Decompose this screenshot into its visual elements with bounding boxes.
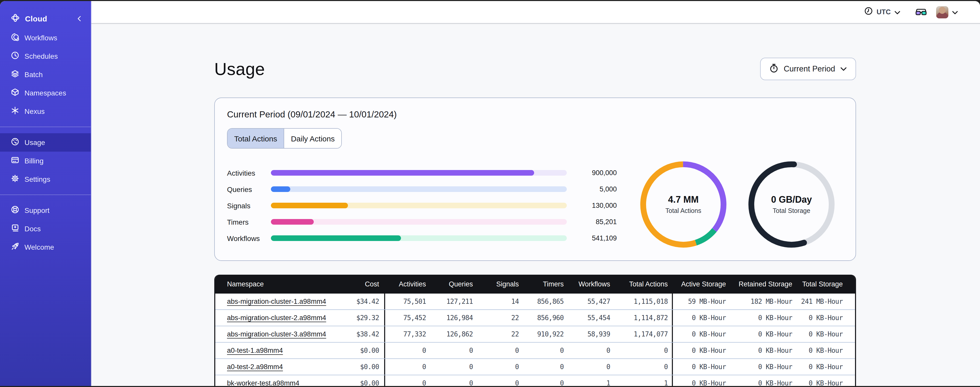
chevron-down-icon xyxy=(894,7,900,17)
sidebar-item-label: Docs xyxy=(24,225,41,233)
active-storage-cell: 0 KB-Hour xyxy=(673,342,728,358)
total-storage-value: 0 GB/Day xyxy=(771,195,812,205)
tab-label: Total Actions xyxy=(234,134,277,143)
sidebar-item-settings[interactable]: Settings xyxy=(0,170,91,189)
column-header-total-actions: Total Actions xyxy=(614,275,673,294)
sidebar-item-label: Usage xyxy=(24,138,45,147)
cost-cell: $0.00 xyxy=(322,359,385,375)
workflows-cell: 0 xyxy=(568,359,614,375)
total-storage-cell: 241 MB-Hour xyxy=(794,294,854,309)
retained-storage-cell: 182 MB-Hour xyxy=(728,294,794,309)
sidebar-item-welcome[interactable]: Welcome xyxy=(0,238,91,256)
3d-glasses-icon[interactable] xyxy=(915,8,928,16)
table-row: a0-test-1.a98mm4 $0.00 0 0 0 0 0 0 0 KB-… xyxy=(215,342,855,359)
tab[interactable]: Daily Actions xyxy=(284,129,341,148)
sidebar-item-label: Workflows xyxy=(24,34,57,42)
sidebar-divider xyxy=(0,195,91,195)
table-row: abs-migration-cluster-1.a98mm4 $34.42 75… xyxy=(215,294,855,310)
cost-cell: $38.42 xyxy=(322,326,385,342)
sidebar-item-workflows[interactable]: Workflows xyxy=(0,29,91,47)
signals-cell: 14 xyxy=(477,294,523,309)
active-storage-cell: 0 KB-Hour xyxy=(673,326,728,342)
bar-row: Signals 130,000 xyxy=(227,197,617,214)
activities-cell: 0 xyxy=(385,375,430,386)
tab[interactable]: Total Actions xyxy=(228,129,284,148)
workflows-cell: 0 xyxy=(568,342,614,358)
namespace-cell: bk-worker-test.a98mm4 xyxy=(215,375,322,386)
card-title: Current Period (09/01/2024 — 10/01/2024) xyxy=(227,108,843,120)
bar-label: Activities xyxy=(227,169,271,177)
signals-cell: 22 xyxy=(477,310,523,326)
timezone-label: UTC xyxy=(877,8,891,16)
table-row: bk-worker-test.a98mm4 $0.00 0 0 0 0 1 1 … xyxy=(215,375,855,386)
sidebar-item-docs[interactable]: Docs xyxy=(0,219,91,238)
sidebar-item-batch[interactable]: Batch xyxy=(0,66,91,84)
retained-storage-cell: 0 KB-Hour xyxy=(728,359,794,375)
namespaces-cube-icon xyxy=(11,88,19,98)
account-menu[interactable] xyxy=(936,6,958,18)
sidebar-item-usage[interactable]: Usage xyxy=(0,133,91,152)
activities-cell: 0 xyxy=(385,359,430,375)
table-body: abs-migration-cluster-1.a98mm4 $34.42 75… xyxy=(215,294,855,386)
sidebar-collapse-button[interactable] xyxy=(76,14,83,22)
timers-cell: 856,865 xyxy=(523,294,568,309)
total-actions-cell: 1 xyxy=(614,375,673,386)
period-dropdown-button[interactable]: Current Period xyxy=(760,58,856,80)
sidebar: Cloud Workflows Schedules Batch xyxy=(0,1,91,386)
chevron-down-icon xyxy=(952,7,958,17)
cost-cell: $29.32 xyxy=(322,310,385,326)
support-lifering-icon xyxy=(11,205,19,216)
cost-cell: $0.00 xyxy=(322,342,385,358)
temporal-cloud-logo-icon xyxy=(11,13,20,24)
page-header: Usage Current Period xyxy=(214,25,856,80)
queries-cell: 0 xyxy=(430,375,477,386)
timers-cell: 0 xyxy=(523,342,568,358)
total-actions-cell: 1,174,077 xyxy=(614,326,673,342)
workflows-cell: 1 xyxy=(568,375,614,386)
schedules-clock-icon xyxy=(11,51,19,61)
total-actions-value: 4.7 MM xyxy=(668,195,698,205)
total-storage-cell: 0 KB-Hour xyxy=(794,342,854,358)
total-actions-cell: 0 xyxy=(614,359,673,375)
namespace-link[interactable]: abs-migration-cluster-3.a98mm4 xyxy=(227,330,326,338)
bar-row: Workflows 541,109 xyxy=(227,230,617,246)
active-storage-cell: 59 MB-Hour xyxy=(673,294,728,309)
queries-cell: 0 xyxy=(430,342,477,358)
sidebar-item-label: Billing xyxy=(24,157,44,165)
signals-cell: 22 xyxy=(477,326,523,342)
bar-row: Queries 5,000 xyxy=(227,181,617,197)
cost-cell: $34.42 xyxy=(322,294,385,309)
total-actions-cell: 1,115,018 xyxy=(614,294,673,309)
bar-track xyxy=(271,235,567,241)
active-storage-cell: 0 KB-Hour xyxy=(673,375,728,386)
total-storage-cell: 0 KB-Hour xyxy=(794,359,854,375)
period-dropdown-label: Current Period xyxy=(784,64,835,74)
sidebar-item-support[interactable]: Support xyxy=(0,201,91,219)
sidebar-item-label: Welcome xyxy=(24,243,54,251)
namespace-link[interactable]: abs-migration-cluster-1.a98mm4 xyxy=(227,297,326,305)
activities-cell: 75,501 xyxy=(385,294,430,309)
timezone-selector[interactable]: UTC xyxy=(864,6,900,18)
retained-storage-cell: 0 KB-Hour xyxy=(728,310,794,326)
sidebar-brand[interactable]: Cloud xyxy=(0,8,91,29)
namespace-link[interactable]: bk-worker-test.a98mm4 xyxy=(227,379,299,386)
queries-cell: 126,984 xyxy=(430,310,477,326)
sidebar-brand-label: Cloud xyxy=(25,14,47,23)
sidebar-item-nexus[interactable]: Nexus xyxy=(0,102,91,120)
page-title: Usage xyxy=(214,59,265,79)
workflows-cell: 58,939 xyxy=(568,326,614,342)
sidebar-item-billing[interactable]: Billing xyxy=(0,152,91,170)
bar-label: Workflows xyxy=(227,234,271,242)
chevron-down-icon xyxy=(840,64,847,74)
sidebar-item-label: Namespaces xyxy=(24,89,66,97)
usage-charts: Activities 900,000 Queries xyxy=(227,161,843,250)
namespace-link[interactable]: a0-test-2.a98mm4 xyxy=(227,363,283,371)
column-header-activities: Activities xyxy=(385,275,430,294)
top-bar: UTC xyxy=(91,1,980,24)
column-header-namespace: Namespace xyxy=(215,275,322,294)
namespace-link[interactable]: abs-migration-cluster-2.a98mm4 xyxy=(227,314,326,321)
column-header-workflows: Workflows xyxy=(568,275,614,294)
sidebar-item-schedules[interactable]: Schedules xyxy=(0,47,91,66)
sidebar-item-namespaces[interactable]: Namespaces xyxy=(0,84,91,102)
namespace-link[interactable]: a0-test-1.a98mm4 xyxy=(227,347,283,354)
